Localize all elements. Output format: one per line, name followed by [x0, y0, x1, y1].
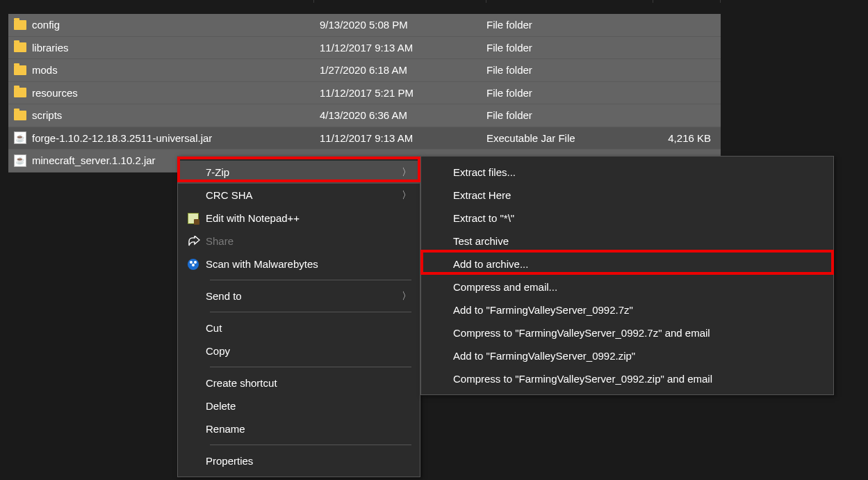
- menu-separator: [210, 280, 411, 280]
- menu-item-share: Share: [178, 230, 420, 253]
- menu-item-add-to-zip[interactable]: Add to "FarmingValleyServer_0992.zip": [421, 344, 833, 367]
- menu-label: Send to: [206, 290, 402, 302]
- folder-icon: [14, 42, 26, 52]
- menu-item-copy[interactable]: Copy: [178, 339, 420, 362]
- chevron-right-icon: 〉: [402, 290, 411, 303]
- context-menu: 7-Zip 〉 CRC SHA 〉 Edit with Notepad++ Sh…: [177, 156, 420, 477]
- menu-label: Copy: [206, 345, 411, 357]
- folder-icon: [14, 88, 26, 97]
- menu-label: Compress to "FarmingValleyServer_0992.7z…: [453, 327, 825, 339]
- menu-label: Properties: [206, 455, 411, 467]
- menu-item-delete[interactable]: Delete: [178, 394, 420, 417]
- malwarebytes-icon: [188, 259, 206, 270]
- menu-label: Extract files...: [453, 166, 825, 178]
- file-type: File folder: [486, 87, 653, 99]
- file-date: 11/12/2017 9:13 AM: [320, 132, 486, 144]
- chevron-right-icon: 〉: [402, 189, 411, 202]
- file-row[interactable]: libraries 11/12/2017 9:13 AM File folder: [8, 37, 721, 60]
- menu-item-create-shortcut[interactable]: Create shortcut: [178, 371, 420, 394]
- file-type: File folder: [486, 109, 653, 121]
- file-row[interactable]: mods 1/27/2020 6:18 AM File folder: [8, 59, 721, 82]
- menu-label: Test archive: [453, 235, 825, 247]
- file-row[interactable]: config 9/13/2020 5:08 PM File folder: [8, 14, 721, 37]
- file-row[interactable]: resources 11/12/2017 5:21 PM File folder: [8, 82, 721, 105]
- file-row[interactable]: ☕ forge-1.10.2-12.18.3.2511-universal.ja…: [8, 127, 721, 150]
- notepadpp-icon: [188, 213, 206, 224]
- menu-label: Cut: [206, 322, 411, 334]
- file-list: config 9/13/2020 5:08 PM File folder lib…: [8, 14, 721, 173]
- menu-item-extract-to[interactable]: Extract to "*\": [421, 207, 833, 230]
- menu-item-scan-malwarebytes[interactable]: Scan with Malwarebytes: [178, 253, 420, 275]
- menu-label: Compress and email...: [453, 281, 825, 293]
- menu-label: Edit with Notepad++: [206, 212, 411, 224]
- chevron-right-icon: 〉: [402, 166, 411, 179]
- file-date: 11/12/2017 9:13 AM: [320, 42, 486, 54]
- menu-label: Create shortcut: [206, 377, 411, 389]
- menu-label: Delete: [206, 400, 411, 412]
- file-type: Executable Jar File: [486, 132, 653, 144]
- menu-item-7zip[interactable]: 7-Zip 〉: [178, 161, 420, 184]
- folder-icon: [14, 20, 26, 30]
- file-name: config: [32, 19, 60, 31]
- menu-separator: [210, 312, 411, 312]
- menu-label: CRC SHA: [206, 189, 402, 201]
- menu-item-extract-files[interactable]: Extract files...: [421, 161, 833, 184]
- menu-item-rename[interactable]: Rename: [178, 417, 420, 440]
- file-row[interactable]: scripts 4/13/2020 6:36 AM File folder: [8, 104, 721, 127]
- file-date: 4/13/2020 6:36 AM: [320, 109, 486, 121]
- menu-item-properties[interactable]: Properties: [178, 449, 420, 472]
- file-date: 9/13/2020 5:08 PM: [320, 19, 486, 31]
- menu-item-add-to-archive[interactable]: Add to archive...: [421, 253, 833, 275]
- file-type: File folder: [486, 19, 653, 31]
- menu-item-compress-email[interactable]: Compress and email...: [421, 275, 833, 298]
- menu-label: Rename: [206, 423, 411, 435]
- file-name: minecraft_server.1.10.2.jar: [32, 154, 156, 166]
- folder-icon: [14, 65, 26, 75]
- jar-icon: ☕: [14, 131, 26, 144]
- menu-item-cut[interactable]: Cut: [178, 317, 420, 339]
- menu-label: Add to "FarmingValleyServer_0992.zip": [453, 350, 825, 362]
- menu-item-edit-npp[interactable]: Edit with Notepad++: [178, 207, 420, 230]
- file-type: File folder: [486, 64, 653, 76]
- file-date: 1/27/2020 6:18 AM: [320, 64, 486, 76]
- menu-label: 7-Zip: [206, 166, 402, 178]
- share-icon: [188, 236, 206, 247]
- menu-item-test-archive[interactable]: Test archive: [421, 230, 833, 253]
- menu-item-add-to-7z[interactable]: Add to "FarmingValleyServer_0992.7z": [421, 298, 833, 321]
- menu-label: Add to archive...: [453, 258, 825, 270]
- menu-label: Scan with Malwarebytes: [206, 258, 411, 270]
- file-name: libraries: [32, 42, 69, 54]
- menu-label: Share: [206, 235, 411, 247]
- menu-separator: [210, 445, 411, 445]
- file-date: 11/12/2017 5:21 PM: [320, 87, 486, 99]
- file-name: resources: [32, 87, 78, 99]
- file-name: mods: [32, 64, 58, 76]
- file-name: forge-1.10.2-12.18.3.2511-universal.jar: [32, 132, 212, 144]
- menu-separator: [210, 367, 411, 367]
- menu-label: Add to "FarmingValleyServer_0992.7z": [453, 304, 825, 316]
- menu-item-compress-zip-email[interactable]: Compress to "FarmingValleyServer_0992.zi…: [421, 367, 833, 390]
- file-name: scripts: [32, 109, 62, 121]
- menu-item-extract-here[interactable]: Extract Here: [421, 184, 833, 207]
- folder-icon: [14, 111, 26, 120]
- menu-item-send-to[interactable]: Send to 〉: [178, 285, 420, 307]
- jar-icon: ☕: [14, 154, 26, 167]
- sevenzip-submenu: Extract files... Extract Here Extract to…: [420, 156, 834, 395]
- menu-label: Extract Here: [453, 189, 825, 201]
- file-size: 4,216 KB: [653, 132, 721, 144]
- column-header-divider: [8, 0, 721, 3]
- menu-item-crc-sha[interactable]: CRC SHA 〉: [178, 184, 420, 207]
- menu-item-compress-7z-email[interactable]: Compress to "FarmingValleyServer_0992.7z…: [421, 321, 833, 344]
- menu-label: Compress to "FarmingValleyServer_0992.zi…: [453, 373, 825, 385]
- menu-label: Extract to "*\": [453, 212, 825, 224]
- file-type: File folder: [486, 42, 653, 54]
